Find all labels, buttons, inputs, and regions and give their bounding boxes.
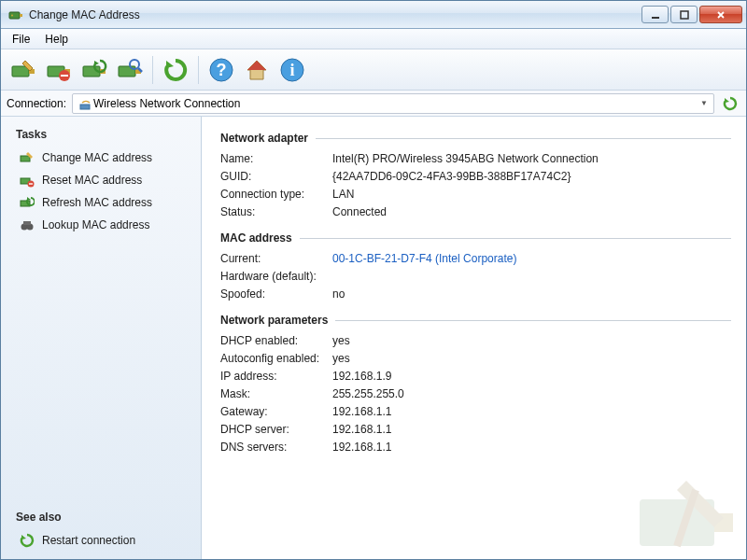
sidebar: Tasks Change MAC address Reset MAC addre… xyxy=(1,117,202,559)
toolbar-home-button[interactable] xyxy=(240,53,274,87)
sidebar-item-label: Refresh MAC address xyxy=(42,196,152,209)
help-icon: ? xyxy=(208,57,234,83)
svg-rect-30 xyxy=(714,513,733,532)
row-mac-hardware: Hardware (default): xyxy=(220,270,731,283)
toolbar-about-button[interactable]: i xyxy=(275,53,309,87)
watermark-icon xyxy=(630,462,742,555)
sidebar-item-label: Restart connection xyxy=(42,534,135,547)
svg-rect-20 xyxy=(80,105,90,109)
svg-rect-3 xyxy=(652,17,659,19)
see-also-header: See also xyxy=(16,511,191,524)
sidebar-item-label: Lookup MAC address xyxy=(42,218,149,231)
network-card-pencil-icon xyxy=(10,57,36,83)
app-window: Change MAC Address File Help ? i Connect… xyxy=(0,0,747,560)
toolbar-change-mac-button[interactable] xyxy=(7,53,40,87)
binoculars-icon xyxy=(20,217,35,232)
svg-rect-29 xyxy=(640,499,714,546)
network-card-reset-icon xyxy=(20,173,35,188)
sidebar-item-label: Reset MAC address xyxy=(42,174,142,187)
toolbar-separator xyxy=(198,56,199,84)
connection-refresh-button[interactable] xyxy=(720,93,740,114)
network-card-pencil-icon xyxy=(20,150,35,165)
svg-rect-1 xyxy=(20,14,22,17)
svg-rect-0 xyxy=(9,12,20,19)
row-mac-spoofed: Spoofed:no xyxy=(220,287,731,301)
connection-row: Connection: Wireless Network Connection … xyxy=(1,91,746,117)
toolbar-help-button[interactable]: ? xyxy=(204,53,238,87)
row-adapter-guid: GUID:{42AA7DD6-09C2-4FA3-99BB-388BF17A74… xyxy=(220,170,731,183)
row-mac-current: Current:00-1C-BF-21-D7-F4 (Intel Corpora… xyxy=(220,252,731,265)
mac-current-link[interactable]: 00-1C-BF-21-D7-F4 (Intel Corporate) xyxy=(332,252,516,265)
network-card-refresh-icon xyxy=(81,57,107,83)
sidebar-item-label: Change MAC address xyxy=(42,151,152,164)
titlebar: Change MAC Address xyxy=(1,1,746,29)
close-button[interactable] xyxy=(699,6,742,23)
connection-selected-text: Wireless Network Connection xyxy=(93,97,700,110)
home-icon xyxy=(244,57,270,83)
toolbar-lookup-mac-button[interactable] xyxy=(113,53,147,87)
sidebar-item-lookup-mac[interactable]: Lookup MAC address xyxy=(10,214,191,236)
row-net-gateway: Gateway:192.168.1.1 xyxy=(220,405,731,418)
row-net-ip: IP address:192.168.1.9 xyxy=(220,370,731,383)
connection-label: Connection: xyxy=(7,97,66,110)
content: Network adapter Name:Intel(R) PRO/Wirele… xyxy=(202,117,746,559)
menubar: File Help xyxy=(1,29,746,49)
sidebar-item-restart-connection[interactable]: Restart connection xyxy=(10,529,191,552)
chevron-down-icon: ▼ xyxy=(700,99,708,107)
info-icon: i xyxy=(279,57,305,83)
network-card-search-icon xyxy=(117,57,143,83)
svg-rect-24 xyxy=(29,183,33,184)
row-adapter-name: Name:Intel(R) PRO/Wireless 3945ABG Netwo… xyxy=(220,152,731,165)
connection-select[interactable]: Wireless Network Connection ▼ xyxy=(72,93,714,114)
svg-rect-4 xyxy=(681,11,688,19)
svg-text:?: ? xyxy=(217,61,227,79)
window-title: Change MAC Address xyxy=(29,8,640,21)
section-header-mac: MAC address xyxy=(220,231,731,245)
svg-text:i: i xyxy=(289,61,294,79)
row-adapter-status: Status:Connected xyxy=(220,205,731,218)
svg-point-2 xyxy=(11,14,13,16)
svg-rect-28 xyxy=(23,221,31,225)
minimize-button[interactable] xyxy=(641,6,669,23)
sidebar-item-reset-mac[interactable]: Reset MAC address xyxy=(10,169,191,191)
menu-file[interactable]: File xyxy=(5,31,37,48)
refresh-icon xyxy=(162,57,189,83)
maximize-button[interactable] xyxy=(670,6,698,23)
tasks-header: Tasks xyxy=(16,128,191,141)
row-net-dhcp-server: DHCP server:192.168.1.1 xyxy=(220,423,731,436)
refresh-small-icon xyxy=(723,96,738,111)
row-net-dns: DNS servers:192.168.1.1 xyxy=(220,441,731,454)
network-card-reset-icon xyxy=(46,57,72,83)
toolbar: ? i xyxy=(1,49,746,91)
section-header-adapter: Network adapter xyxy=(220,132,731,145)
sidebar-item-change-mac[interactable]: Change MAC address xyxy=(10,147,191,169)
app-icon xyxy=(8,7,23,22)
svg-rect-21 xyxy=(21,156,30,161)
row-net-mask: Mask:255.255.255.0 xyxy=(220,387,731,400)
wireless-icon xyxy=(78,96,93,111)
toolbar-refresh-mac-button[interactable] xyxy=(78,53,111,87)
svg-rect-10 xyxy=(61,75,68,77)
row-net-autoconfig: Autoconfig enabled:yes xyxy=(220,352,731,365)
toolbar-reset-mac-button[interactable] xyxy=(42,53,76,87)
row-adapter-conn-type: Connection type:LAN xyxy=(220,188,731,201)
toolbar-refresh-button[interactable] xyxy=(159,53,192,87)
refresh-small-icon xyxy=(20,533,35,548)
window-controls xyxy=(640,6,742,23)
body: Tasks Change MAC address Reset MAC addre… xyxy=(1,117,746,559)
row-net-dhcp: DHCP enabled:yes xyxy=(220,334,731,347)
toolbar-separator xyxy=(152,56,153,84)
sidebar-item-refresh-mac[interactable]: Refresh MAC address xyxy=(10,191,191,214)
network-card-refresh-icon xyxy=(20,195,35,210)
section-header-net: Network parameters xyxy=(220,314,731,327)
menu-help[interactable]: Help xyxy=(37,31,76,48)
